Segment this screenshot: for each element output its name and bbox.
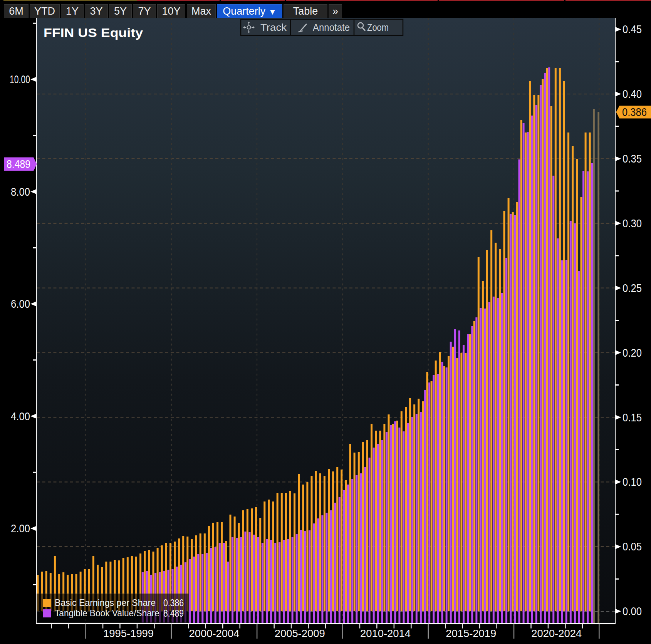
- svg-text:0.00: 0.00: [622, 605, 642, 617]
- svg-text:6.00: 6.00: [11, 297, 30, 310]
- svg-text:Annotate: Annotate: [313, 22, 350, 33]
- svg-text:0.30: 0.30: [622, 217, 642, 230]
- svg-text:8.489: 8.489: [7, 158, 30, 170]
- svg-text:Tangible Book Value/Share: Tangible Book Value/Share: [55, 608, 159, 618]
- svg-text:4.00: 4.00: [11, 410, 30, 423]
- svg-text:0.20: 0.20: [622, 347, 642, 359]
- svg-text:2.00: 2.00: [11, 522, 30, 535]
- svg-text:0.05: 0.05: [622, 540, 642, 553]
- svg-text:10.00: 10.00: [10, 73, 30, 86]
- svg-text:FFIN US Equity: FFIN US Equity: [44, 26, 143, 40]
- svg-text:0.386: 0.386: [622, 106, 647, 118]
- svg-text:0.386: 0.386: [163, 597, 184, 608]
- svg-text:0.35: 0.35: [622, 153, 642, 165]
- svg-text:0.25: 0.25: [622, 282, 642, 294]
- svg-text:1995-1999: 1995-1999: [103, 627, 154, 639]
- svg-text:0.45: 0.45: [622, 23, 642, 35]
- svg-text:8.00: 8.00: [11, 185, 30, 198]
- svg-text:0.40: 0.40: [622, 88, 642, 100]
- svg-text:2000-2004: 2000-2004: [189, 627, 240, 639]
- svg-text:0.15: 0.15: [622, 411, 642, 424]
- svg-text:8.489: 8.489: [163, 608, 184, 619]
- svg-text:0.10: 0.10: [622, 476, 642, 488]
- svg-text:Basic Earnings per Share: Basic Earnings per Share: [55, 597, 156, 608]
- svg-text:2020-2024: 2020-2024: [531, 627, 582, 639]
- svg-text:2005-2009: 2005-2009: [275, 627, 325, 639]
- svg-text:Zoom: Zoom: [367, 22, 389, 33]
- svg-text:2015-2019: 2015-2019: [446, 627, 496, 639]
- svg-text:2010-2014: 2010-2014: [360, 627, 411, 639]
- svg-text:Track: Track: [260, 22, 287, 33]
